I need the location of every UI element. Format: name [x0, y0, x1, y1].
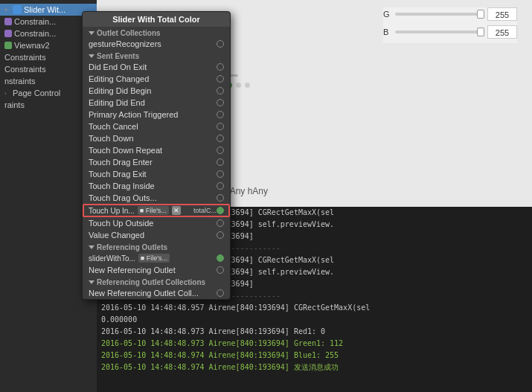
item-touch-down[interactable]: Touch Down [83, 132, 230, 144]
section-label: Outlet Collections [97, 29, 161, 37]
item-touch-down-repeat[interactable]: Touch Down Repeat [83, 144, 230, 156]
item-label: Touch Down [89, 134, 217, 143]
item-touch-drag-outside[interactable]: Touch Drag Outs... [83, 192, 230, 204]
log-line-11: 2016-05-10 14:48:48.973 Airene[840:19369… [97, 326, 532, 338]
connection-circle[interactable] [217, 123, 224, 130]
g-value[interactable]: 255 [487, 7, 517, 21]
item-primary-action[interactable]: Primary Action Triggered [83, 109, 230, 121]
section-label: Referencing Outlets [97, 243, 167, 251]
item-label: Touch Drag Outs... [89, 193, 217, 202]
nav-item-label: Slider Wit... [24, 5, 65, 14]
item-label: Editing Changed [89, 74, 217, 83]
connection-circle[interactable] [217, 147, 224, 154]
item-label: Touch Cancel [89, 122, 217, 131]
nav-item-label: Constraints [4, 65, 46, 74]
item-label: Touch Up Outside [89, 219, 217, 228]
view-icon [4, 42, 12, 49]
item-gesture-recognizers[interactable]: gestureRecognizers [83, 38, 230, 50]
outlet-circle-filled[interactable] [217, 254, 224, 262]
item-editing-changed[interactable]: Editing Changed [83, 73, 230, 85]
item-new-referencing-outlet-coll[interactable]: New Referencing Outlet Coll... [83, 287, 230, 299]
triangle-icon [89, 54, 94, 58]
item-label: Touch Drag Exit [89, 170, 217, 179]
connection-circle-filled[interactable] [217, 207, 224, 214]
dot-2 [236, 83, 241, 88]
item-label: Touch Drag Enter [89, 158, 217, 167]
section-referencing-outlet-collections: Referencing Outlet Collections [83, 276, 230, 287]
item-touch-drag-enter[interactable]: Touch Drag Enter [83, 156, 230, 168]
nav-item-label: Viewnav2 [14, 41, 50, 50]
remove-connection-button[interactable]: ✕ [172, 206, 181, 215]
section-sent-events: Sent Events [83, 50, 230, 61]
outlet-file-badge: ■ File's... [138, 254, 170, 263]
triangle-icon [89, 31, 94, 35]
nav-item-label: nstraints [4, 77, 36, 86]
section-referencing-outlets: Referencing Outlets [83, 241, 230, 252]
item-touch-drag-inside[interactable]: Touch Drag Inside [83, 180, 230, 192]
touch-up-in-row: Touch Up In... ■ File's... ✕ [89, 206, 190, 215]
connection-circle[interactable] [217, 170, 224, 178]
total-c-label: totalC... [190, 207, 217, 214]
item-touch-drag-exit[interactable]: Touch Drag Exit [83, 168, 230, 180]
b-slider-thumb[interactable] [477, 28, 484, 36]
connection-circle[interactable] [217, 111, 224, 118]
item-new-referencing-outlet[interactable]: New Referencing Outlet [83, 264, 230, 276]
connection-circle[interactable] [217, 99, 224, 106]
b-color-row: B 255 [383, 25, 517, 39]
connection-circle[interactable] [217, 75, 224, 83]
log-line-9: 2016-05-10 14:48:48.957 Airene[840:19369… [97, 302, 532, 314]
connection-circle[interactable] [217, 63, 224, 71]
item-value-changed[interactable]: Value Changed [83, 229, 230, 241]
item-label: Value Changed [89, 231, 217, 240]
connection-circle[interactable] [217, 219, 224, 227]
nav-item-label: Constrain... [14, 29, 56, 38]
b-value[interactable]: 255 [487, 25, 517, 39]
item-touch-cancel[interactable]: Touch Cancel [83, 121, 230, 132]
item-touch-up-in-highlighted[interactable]: Touch Up In... ■ File's... ✕ totalC... [83, 204, 230, 217]
item-label: New Referencing Outlet Coll... [89, 289, 217, 298]
connection-circle[interactable] [217, 289, 224, 297]
connection-circle[interactable] [217, 194, 224, 202]
nav-item-label: raints [4, 100, 25, 109]
connection-circle[interactable] [217, 158, 224, 166]
connection-circle[interactable] [217, 40, 224, 48]
log-line-13: 2016-05-10 14:48:48.974 Airene[840:19369… [97, 350, 532, 362]
connection-circle[interactable] [217, 135, 224, 142]
connection-circle[interactable] [217, 87, 224, 94]
item-label: Editing Did Begin [89, 86, 217, 95]
item-touch-up-outside[interactable]: Touch Up Outside [83, 217, 230, 229]
b-slider[interactable] [395, 30, 484, 33]
item-editing-did-end[interactable]: Editing Did End [83, 97, 230, 109]
triangle-icon [89, 245, 94, 249]
log-line-12: 2016-05-10 14:48:48.973 Airene[840:19369… [97, 338, 532, 350]
connection-circle[interactable] [217, 182, 224, 190]
connections-dropdown: Slider With Total Color Outlet Collectio… [82, 11, 231, 300]
connection-circle[interactable] [217, 266, 224, 274]
outlet-slider-with-to[interactable]: sliderWithTo... ■ File's... [83, 252, 230, 264]
expand-arrow: › [4, 90, 10, 96]
g-slider[interactable] [395, 13, 484, 16]
item-label: Editing Did End [89, 98, 217, 107]
g-slider-thumb[interactable] [477, 10, 484, 19]
outlet-label: sliderWithTo... [89, 254, 135, 263]
log-line-14: 2016-05-10 14:48:48.974 Airene[840:19369… [97, 362, 532, 373]
item-did-end-on-exit[interactable]: Did End On Exit [83, 61, 230, 73]
section-outlet-collections: Outlet Collections [83, 27, 230, 38]
item-label: Touch Down Repeat [89, 146, 217, 155]
nav-item-label: Page Control [13, 89, 60, 97]
nav-item-label: Constrain... [14, 17, 56, 26]
color-panel: G 255 B 255 [383, 7, 517, 43]
triangle-icon [89, 280, 94, 284]
item-label: New Referencing Outlet [89, 266, 217, 274]
section-label: Sent Events [97, 52, 139, 60]
g-label: G [383, 10, 392, 19]
item-label: Did End On Exit [89, 62, 217, 71]
log-line-10: 0.000000 [97, 314, 532, 326]
section-label: Referencing Outlet Collections [97, 278, 205, 286]
touch-up-in-label: Touch Up In... [89, 207, 135, 215]
nav-item-label: Constraints [4, 53, 46, 62]
constraint-icon [4, 18, 12, 25]
connection-circle[interactable] [217, 231, 224, 239]
item-editing-did-begin[interactable]: Editing Did Begin [83, 85, 230, 97]
expand-arrow: ▾ [4, 7, 10, 13]
